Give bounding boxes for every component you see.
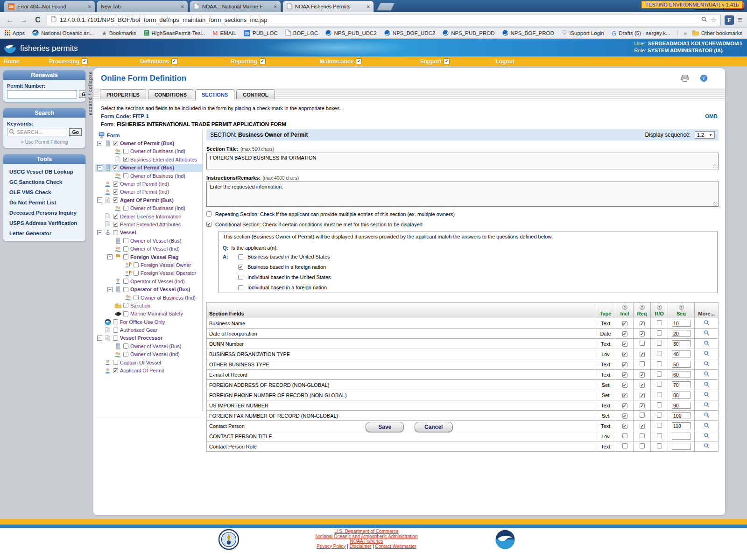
browser-tab[interactable]: NOAA :: National Marine F× [190,0,281,12]
ro-checkbox[interactable] [657,361,662,366]
bookmark-item[interactable]: NPS_BOF_PROD [502,30,554,37]
tree-collapse-icon[interactable]: − [97,165,102,170]
seq-input[interactable] [672,402,691,409]
tool-link[interactable]: Letter Generator [8,228,81,238]
tree-item[interactable]: Captain Of Vessel [95,358,202,366]
tab-close-icon[interactable]: × [181,4,184,9]
incl-checkbox[interactable] [622,362,627,367]
bookmark-star-icon[interactable]: ☆ [711,16,717,24]
tree-item[interactable]: −Foreign Vessel Flag [95,253,202,261]
browser-tab[interactable]: New Tab× [97,0,188,12]
req-checkbox[interactable] [640,361,645,366]
other-bookmarks[interactable]: Other bookmarks [692,30,742,36]
footer-link[interactable]: Privacy Policy [317,544,345,549]
search-input[interactable]: SEARCH... [7,128,67,136]
tree-checkbox[interactable] [123,238,128,243]
tree-checkbox[interactable] [113,141,118,146]
tree-checkbox[interactable] [123,246,128,252]
tab-close-icon[interactable]: × [88,4,91,9]
field-more[interactable] [695,441,719,452]
footer-link[interactable]: Disclaimer [350,544,372,549]
field-more[interactable] [695,339,719,349]
tree-item[interactable]: Owner of Business (Ind) [95,294,202,301]
help-icon[interactable]: ? [657,305,662,310]
permit-filtering-link[interactable]: > Use Permit Filtering [7,139,82,145]
seq-input[interactable] [672,381,691,388]
tree-checkbox[interactable] [123,352,128,357]
tree-item[interactable]: Form [95,131,202,139]
req-checkbox[interactable] [640,331,645,336]
answer-checkbox[interactable] [238,285,243,290]
tree-checkbox[interactable] [123,173,128,178]
nav-checkbox[interactable]: ✓ [171,58,177,64]
tree-checkbox[interactable] [123,303,128,308]
seq-input[interactable] [672,340,691,347]
req-checkbox[interactable] [640,372,645,378]
tree-item[interactable]: −Agent Of Permit (Bus) [95,196,202,204]
tree-checkbox[interactable] [123,157,128,162]
back-button[interactable]: ← [5,16,15,24]
tree-item[interactable]: Business Extended Attributes [95,155,202,163]
help-icon[interactable]: ? [679,305,684,310]
new-tab-button[interactable] [376,3,395,11]
incl-checkbox[interactable] [622,342,627,347]
incl-checkbox[interactable] [622,383,627,388]
tree-item[interactable]: Operator of Vessel (Ind) [95,277,202,285]
answer-checkbox[interactable] [238,275,243,280]
tree-item[interactable]: Foreign Vessel Owner [95,261,202,269]
tree-checkbox[interactable] [123,343,128,349]
nav-item-maintenance[interactable]: Maintenance✓ [320,58,362,65]
ro-checkbox[interactable] [657,402,662,407]
field-more[interactable] [695,370,719,380]
ro-checkbox[interactable] [657,443,662,448]
tree-item[interactable]: Owner of Permit (Ind) [95,188,202,196]
tree-checkbox[interactable] [113,214,118,219]
incl-checkbox[interactable] [622,352,627,357]
footer-link-doc[interactable]: U.S. Department of Commerce [334,529,398,534]
tab-conditions[interactable]: CONDITIONS [148,89,193,99]
tree-item[interactable]: Dealer License Information [95,212,202,220]
ro-checkbox[interactable] [657,351,662,356]
seq-input[interactable] [672,371,691,378]
ro-checkbox[interactable] [657,330,662,336]
bookmark-item[interactable]: 26PUB_LOC [244,30,278,36]
info-icon[interactable]: i [700,75,707,84]
req-checkbox[interactable] [640,321,645,326]
field-more[interactable] [695,390,719,400]
search-go-button[interactable]: Go [69,128,82,136]
footer-link-fisheries[interactable]: NOAA Fisheries [350,539,383,544]
req-checkbox[interactable] [640,403,645,408]
ro-checkbox[interactable] [657,371,662,377]
tree-collapse-icon[interactable]: − [97,336,102,341]
field-more[interactable] [695,400,719,411]
nav-item-definitions[interactable]: Definitions✓ [140,58,177,65]
help-icon[interactable]: ? [640,305,645,310]
tree-checkbox[interactable] [134,271,139,276]
renewals-go-button[interactable]: Go [79,91,86,98]
browser-menu-icon[interactable]: ≡ [738,15,742,25]
bookmark-item[interactable]: NPS_PUB_PROD [443,30,494,37]
tree-item[interactable]: Marine Mammal Safety [95,310,202,318]
tree-collapse-icon[interactable]: − [107,254,113,259]
incl-checkbox[interactable] [622,393,627,398]
tree-checkbox[interactable] [113,328,118,333]
conditional-checkbox[interactable] [206,222,211,227]
display-sequence-select[interactable]: 1.2▼ [695,131,715,139]
req-checkbox[interactable] [640,383,645,388]
browser-tab[interactable]: NOAA Fisheries Permits× [282,0,374,12]
repeating-checkbox[interactable] [206,211,211,217]
tab-properties[interactable]: PROPERTIES [100,89,146,99]
forward-button[interactable]: → [19,16,29,24]
tree-checkbox[interactable] [113,222,118,227]
tree-checkbox[interactable] [123,311,128,316]
bookmark-item[interactable]: iSupport Login [562,30,604,37]
seq-input[interactable] [672,443,691,450]
tool-link[interactable]: OLE VMS Check [8,187,81,197]
help-icon[interactable]: ? [622,305,627,310]
ro-checkbox[interactable] [657,320,662,325]
save-button[interactable]: Save [366,422,404,432]
seq-input[interactable] [672,320,691,327]
ro-checkbox[interactable] [657,341,662,346]
field-more[interactable] [695,431,719,441]
incl-checkbox[interactable] [622,321,627,326]
